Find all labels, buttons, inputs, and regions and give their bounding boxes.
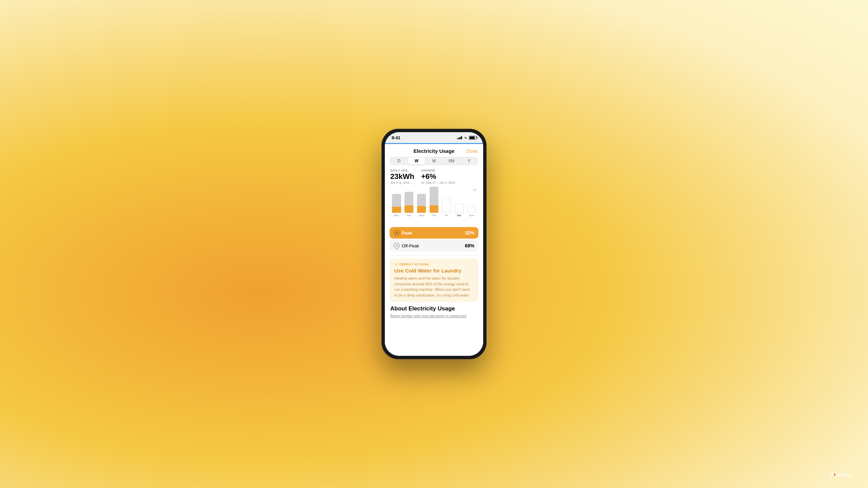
- off-peak-icon-inner: [396, 245, 398, 247]
- change-vs-date: vs. May 27 – Jun 2, 2024: [421, 181, 455, 184]
- stats-section: DAILY AVG. 23kWh Jun 3–9, 2024 CHANGE +6…: [385, 169, 483, 187]
- page-title: Electricity Usage: [414, 148, 455, 154]
- bar-day-fri: Fri: [445, 214, 448, 217]
- bar-group-tue: Tue: [403, 185, 415, 217]
- bar-thu: [430, 187, 438, 213]
- status-icons: ∿: [457, 136, 476, 140]
- app-content: Electricity Usage Done D W M 6M Y DAILY …: [385, 144, 483, 356]
- about-body-link[interactable]: with how electricity: [414, 314, 445, 318]
- off-peak-percentage: 68%: [465, 243, 474, 248]
- change-value: +6%: [421, 172, 455, 181]
- bar-group-mon: Mon: [391, 185, 402, 217]
- tab-6m[interactable]: 6M: [443, 157, 460, 165]
- done-button[interactable]: Done: [467, 148, 478, 154]
- daily-avg-label: DAILY AVG.: [390, 169, 414, 172]
- watermark-text-p: P: [831, 472, 834, 477]
- usage-type-section: Peak 32% Off-Peak 68%: [390, 227, 478, 253]
- peak-row[interactable]: Peak 32%: [390, 227, 478, 239]
- change-label: CHANGE: [421, 169, 455, 172]
- status-time: 9:41: [392, 135, 400, 140]
- bar-wrapper-fri: [441, 185, 452, 213]
- peak-percentage: 32%: [465, 230, 474, 236]
- bar-group-wed: Wed: [416, 185, 427, 217]
- energy-card-body: Heating warm and hot water for laundry c…: [394, 276, 474, 298]
- bar-day-mon: Mon: [394, 214, 399, 217]
- bar-mon: [392, 194, 401, 213]
- section-divider: [390, 256, 478, 256]
- energy-actions-card[interactable]: ⚡ ENERGY ACTIONS Use Cold Water for Laun…: [390, 259, 478, 302]
- daily-avg-value: 23kWh: [390, 172, 414, 181]
- bar-group-thu: Thu: [429, 185, 440, 217]
- peak-label: Peak: [402, 230, 412, 236]
- watermark-text-rest: cketlint: [835, 472, 851, 477]
- chart-y-label: 30: [473, 188, 476, 192]
- bar-group-sat: Sat: [453, 185, 465, 217]
- bar-day-tue: Tue: [407, 214, 412, 217]
- bar-bottom-thu: [430, 205, 438, 213]
- watermark: P•cketlint: [831, 472, 851, 478]
- app-header: Electricity Usage Done: [385, 144, 483, 157]
- change-block: CHANGE +6% vs. May 27 – Jun 2, 2024: [421, 169, 455, 184]
- bar-day-thu: Thu: [432, 214, 436, 217]
- bar-fri: [442, 198, 451, 213]
- off-peak-label: Off-Peak: [402, 243, 419, 248]
- off-peak-icon: [394, 243, 400, 249]
- bolt-icon: ⚡: [394, 263, 398, 266]
- bar-wrapper-sat: [453, 185, 465, 213]
- period-tab-bar: D W M 6M Y: [390, 157, 478, 165]
- bar-sat: [455, 203, 463, 213]
- about-body: Being familiar with how electricity is m…: [390, 313, 478, 319]
- tab-w[interactable]: W: [408, 157, 426, 165]
- daily-avg-date: Jun 3–9, 2024: [390, 181, 414, 184]
- bar-top-wed: [417, 194, 426, 206]
- bar-day-wed: Wed: [419, 214, 424, 217]
- battery-icon: [469, 136, 476, 140]
- bar-day-sun: Sun: [469, 214, 474, 217]
- tab-m[interactable]: M: [425, 157, 443, 165]
- bar-wrapper-thu: [429, 185, 440, 213]
- chart-bars: Mon Tue: [391, 189, 477, 223]
- bar-sun: [467, 206, 476, 213]
- about-title: About Electricity Usage: [390, 305, 478, 312]
- bar-top-mon: [392, 194, 401, 207]
- peak-left: Peak: [394, 230, 412, 236]
- signal-bar-1: [457, 138, 458, 139]
- phone-screen: 9:41 ∿ Electricity Usage Done: [385, 132, 483, 356]
- peak-icon-inner: [396, 232, 398, 234]
- bar-wrapper-mon: [391, 185, 402, 213]
- bar-group-fri: Fri: [441, 185, 452, 217]
- bar-wed: [417, 194, 426, 213]
- signal-bars-icon: [457, 136, 462, 139]
- energy-tag: ⚡ ENERGY ACTIONS: [394, 263, 474, 266]
- peak-icon: [394, 230, 400, 236]
- bar-tue: [405, 192, 413, 213]
- signal-bar-2: [458, 138, 459, 139]
- tab-d[interactable]: D: [390, 157, 408, 165]
- bar-top-tue: [405, 192, 413, 205]
- off-peak-row[interactable]: Off-Peak 68%: [390, 240, 478, 251]
- signal-bar-4: [461, 136, 462, 139]
- wifi-icon: ∿: [464, 136, 467, 140]
- bar-top-thu: [430, 187, 438, 205]
- usage-chart: 30 Mon: [390, 187, 478, 224]
- energy-card-title: Use Cold Water for Laundry: [394, 268, 474, 273]
- about-body-prefix: Being familiar: [390, 314, 414, 318]
- energy-tag-label: ENERGY ACTIONS: [399, 263, 429, 266]
- bar-wrapper-tue: [403, 185, 415, 213]
- off-peak-left: Off-Peak: [394, 243, 419, 249]
- signal-bar-3: [460, 137, 461, 139]
- bar-bottom-mon: [392, 207, 401, 213]
- daily-avg-block: DAILY AVG. 23kWh Jun 3–9, 2024: [390, 169, 414, 184]
- bar-day-sat: Sat: [457, 214, 461, 217]
- status-bar: 9:41 ∿: [385, 132, 483, 143]
- tab-y[interactable]: Y: [460, 157, 478, 165]
- battery-fill: [470, 137, 475, 139]
- bar-wrapper-wed: [416, 185, 427, 213]
- about-body-suffix: is measured: [445, 314, 466, 318]
- about-section: About Electricity Usage Being familiar w…: [385, 302, 483, 320]
- phone-frame: 9:41 ∿ Electricity Usage Done: [381, 129, 487, 359]
- bar-bottom-wed: [417, 206, 426, 213]
- bar-bottom-tue: [405, 205, 413, 213]
